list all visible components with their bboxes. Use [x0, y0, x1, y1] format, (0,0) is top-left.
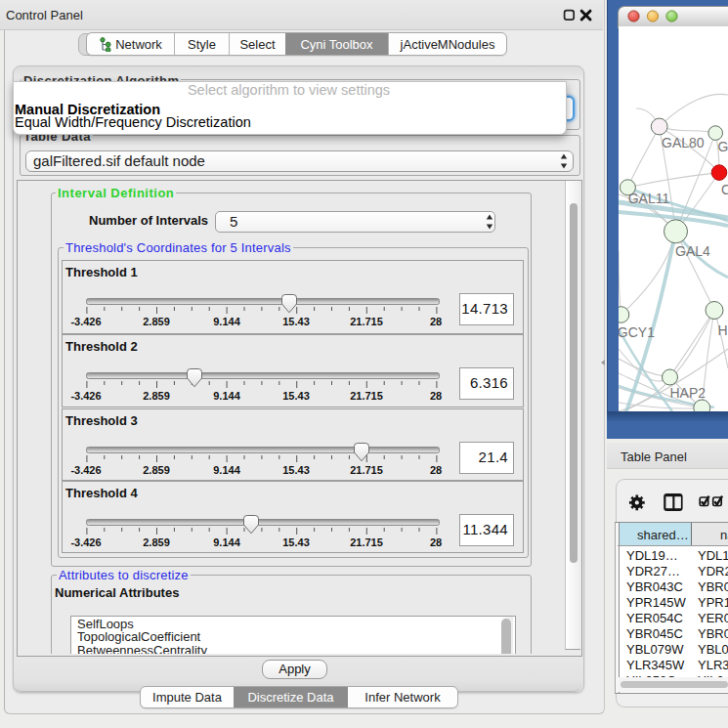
svg-text:GAL4: GAL4: [675, 243, 710, 259]
svg-text:HAP2: HAP2: [670, 385, 707, 401]
svg-text:GAL80: GAL80: [662, 135, 705, 150]
svg-text:GCY1: GCY1: [619, 324, 655, 340]
svg-text:H: H: [718, 322, 728, 338]
svg-text:GA: GA: [718, 139, 728, 154]
svg-text:GAL11: GAL11: [628, 191, 670, 206]
svg-text:C: C: [721, 182, 728, 197]
